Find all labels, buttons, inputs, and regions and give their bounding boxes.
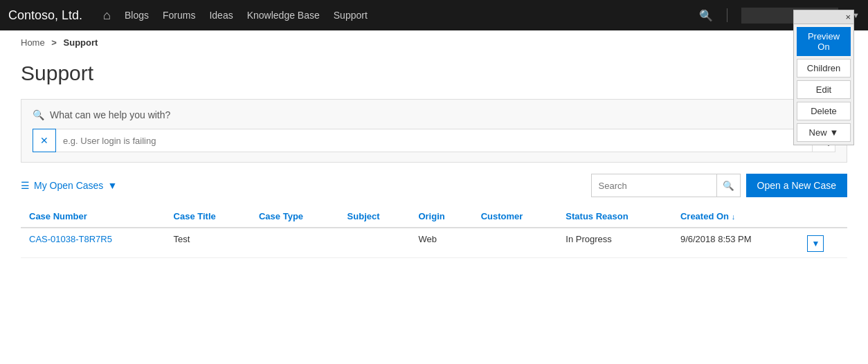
breadcrumb: Home > Support xyxy=(0,30,868,55)
brand-name: Contoso, Ltd. xyxy=(8,8,82,23)
search-hero-label: 🔍 What can we help you with? xyxy=(33,109,835,120)
col-origin: Origin xyxy=(410,206,472,228)
new-button-arrow: ▼ xyxy=(830,127,839,138)
breadcrumb-separator: > xyxy=(51,37,57,48)
table-row: CAS-01038-T8R7R5 Test Web In Progress 9/… xyxy=(21,228,847,258)
cases-search-wrap: 🔍 xyxy=(591,174,741,197)
search-clear-button[interactable]: ✕ xyxy=(33,129,56,152)
floating-panel-close-button[interactable]: × xyxy=(845,12,851,22)
cell-case-type xyxy=(251,228,339,258)
col-created-on: Created On ↓ xyxy=(672,206,799,228)
col-subject: Subject xyxy=(339,206,410,228)
cell-case-number: CAS-01038-T8R7R5 xyxy=(21,228,165,258)
case-number-link[interactable]: CAS-01038-T8R7R5 xyxy=(29,234,112,244)
col-case-type: Case Type xyxy=(251,206,339,228)
nav-search-icon[interactable]: 🔍 xyxy=(699,9,713,22)
cell-status-reason: In Progress xyxy=(557,228,672,258)
row-dropdown-button[interactable]: ▼ xyxy=(807,235,824,252)
col-case-title: Case Title xyxy=(165,206,251,228)
cell-customer xyxy=(473,228,558,258)
search-hero-icon: 🔍 xyxy=(33,109,44,120)
cases-toolbar: ☰ My Open Cases ▼ 🔍 Open a New Case xyxy=(21,174,847,197)
breadcrumb-home[interactable]: Home xyxy=(21,37,45,48)
cell-created-on: 9/6/2018 8:53 PM xyxy=(672,228,799,258)
top-navigation: Contoso, Ltd. ⌂ Blogs Forums Ideas Knowl… xyxy=(0,0,868,30)
delete-button[interactable]: Delete xyxy=(797,102,851,120)
search-hero: 🔍 What can we help you with? ✕ 🔍 xyxy=(21,99,847,163)
my-open-cases-button[interactable]: ☰ My Open Cases ▼ xyxy=(21,180,117,191)
cell-subject xyxy=(339,228,410,258)
cases-search-input[interactable] xyxy=(592,181,716,191)
cases-right: 🔍 Open a New Case xyxy=(591,174,847,197)
preview-on-button[interactable]: Preview On xyxy=(797,27,851,56)
edit-button[interactable]: Edit xyxy=(797,80,851,99)
search-hero-text: What can we help you with? xyxy=(50,109,170,120)
breadcrumb-current: Support xyxy=(64,37,98,48)
nav-blogs[interactable]: Blogs xyxy=(125,10,149,21)
new-button[interactable]: New ▼ xyxy=(797,123,851,142)
page-title: Support xyxy=(0,55,868,99)
cases-table: Case Number Case Title Case Type Subject… xyxy=(21,206,847,258)
col-customer: Customer xyxy=(473,206,558,228)
col-status-reason: Status Reason xyxy=(557,206,672,228)
main-content: 🔍 What can we help you with? ✕ 🔍 ☰ My Op… xyxy=(0,99,868,258)
col-case-number: Case Number xyxy=(21,206,165,228)
my-open-cases-label: My Open Cases xyxy=(34,180,103,191)
nav-ideas[interactable]: Ideas xyxy=(209,10,233,21)
sort-arrow-icon: ↓ xyxy=(732,212,736,221)
cases-search-button[interactable]: 🔍 xyxy=(716,174,740,197)
cell-case-title: Test xyxy=(165,228,251,258)
floating-panel: × Preview On Children Edit Delete New ▼ xyxy=(793,10,854,145)
table-header-row: Case Number Case Title Case Type Subject… xyxy=(21,206,847,228)
cell-origin: Web xyxy=(410,228,472,258)
search-text-input[interactable] xyxy=(56,129,812,152)
nav-divider xyxy=(727,8,727,22)
col-actions xyxy=(799,206,847,228)
floating-panel-header: × xyxy=(794,10,853,24)
nav-support[interactable]: Support xyxy=(334,10,368,21)
list-icon: ☰ xyxy=(21,180,30,191)
children-button[interactable]: Children xyxy=(797,59,851,78)
home-icon[interactable]: ⌂ xyxy=(103,8,111,23)
nav-knowledge-base[interactable]: Knowledge Base xyxy=(247,10,320,21)
open-new-case-button[interactable]: Open a New Case xyxy=(746,174,847,197)
nav-forums[interactable]: Forums xyxy=(163,10,195,21)
my-open-cases-arrow: ▼ xyxy=(107,180,117,191)
cell-dropdown: ▼ xyxy=(799,228,847,258)
search-input-row: ✕ 🔍 xyxy=(33,129,835,152)
